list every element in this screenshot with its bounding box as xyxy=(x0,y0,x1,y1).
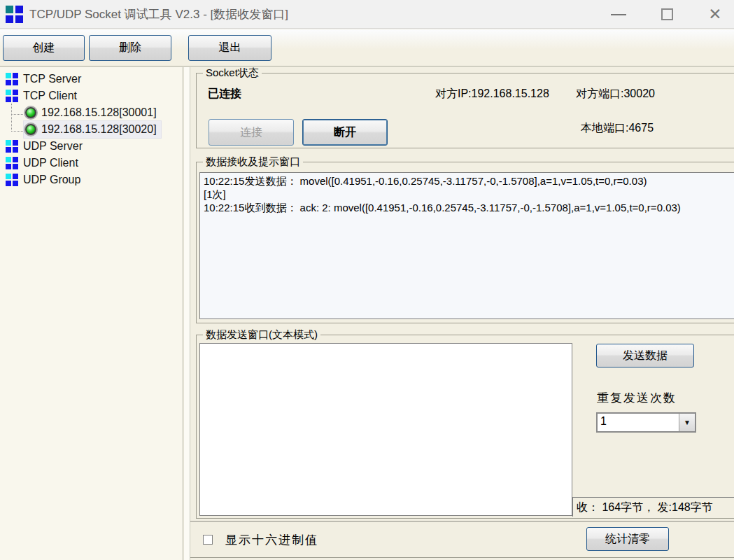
close-button[interactable]: ✕ xyxy=(699,0,731,29)
receive-log-line: [1次] xyxy=(204,188,734,201)
close-icon: ✕ xyxy=(708,6,721,22)
connection-tree: TCP Server TCP Client 192.168.15.128[300… xyxy=(0,67,183,560)
receive-log-line: 10:22:15收到数据： ack: 2: movel([0.41951,-0.… xyxy=(204,201,734,214)
tree-item-label: UDP Group xyxy=(23,174,80,186)
tree-item-tcp-server[interactable]: TCP Server xyxy=(0,71,182,88)
app-icon-square xyxy=(6,6,13,13)
app-window: TCP/UDP Socket 调试工具 V2.3 - [数据收发窗口] ✕ 创建… xyxy=(0,0,734,560)
receive-group-title: 数据接收及提示窗口 xyxy=(203,155,303,169)
tree-item-label: UDP Client xyxy=(23,157,78,169)
toolbar: 创建 删除 退出 xyxy=(0,29,734,66)
show-hex-label: 显示十六进制值 xyxy=(225,532,318,548)
panel-splitter[interactable] xyxy=(184,67,190,560)
disconnect-button[interactable]: 断开 xyxy=(302,119,388,146)
tree-item-label: TCP Server xyxy=(23,73,81,85)
tree-item-label: 192.168.15.128[30001] xyxy=(41,106,157,119)
app-icon-square xyxy=(15,6,23,13)
titlebar: TCP/UDP Socket 调试工具 V2.3 - [数据收发窗口] ✕ xyxy=(0,0,734,29)
byte-stats-box: 收： 164字节， 发:148字节 xyxy=(572,497,734,517)
connect-button[interactable]: 连接 xyxy=(209,119,294,146)
byte-stats: 收： 164字节， 发:148字节 xyxy=(577,500,713,515)
send-data-button[interactable]: 发送数据 xyxy=(596,344,694,368)
repeat-count-label: 重复发送次数 xyxy=(597,390,677,406)
repeat-count-value[interactable]: 1 xyxy=(598,414,679,431)
maximize-button[interactable] xyxy=(651,0,683,29)
tree-item-tcp-client[interactable]: TCP Client xyxy=(0,88,182,104)
app-icon xyxy=(6,6,23,23)
delete-button[interactable]: 删除 xyxy=(89,35,171,61)
maximize-icon xyxy=(661,8,673,20)
tree-item-connection-30020[interactable]: 192.168.15.128[30020] xyxy=(0,121,182,138)
minimize-button[interactable] xyxy=(602,0,635,29)
node-icon xyxy=(6,73,18,85)
connection-icon xyxy=(25,107,36,118)
create-button[interactable]: 创建 xyxy=(3,35,85,61)
node-icon xyxy=(6,90,18,102)
show-hex-checkbox[interactable] xyxy=(203,535,213,545)
node-icon xyxy=(6,140,18,153)
node-icon xyxy=(6,157,18,169)
connection-state: 已连接 xyxy=(208,87,241,102)
socket-status-group-title: Socket状态 xyxy=(203,66,262,80)
send-input[interactable] xyxy=(199,343,572,516)
tree-item-label: 192.168.15.128[30020] xyxy=(41,123,157,136)
window-title: TCP/UDP Socket 调试工具 V2.3 - [数据收发窗口] xyxy=(29,0,288,29)
tree-item-label: UDP Server xyxy=(23,140,83,153)
peer-ip: 对方IP:192.168.15.128 xyxy=(435,87,549,102)
connection-icon xyxy=(25,124,36,135)
local-port: 本地端口:4675 xyxy=(581,121,654,136)
tree-item-udp-group[interactable]: UDP Group xyxy=(0,172,182,188)
tree-item-connection-30001[interactable]: 192.168.15.128[30001] xyxy=(0,104,182,121)
receive-log-line: 10:22:15发送数据： movel([0.41951,-0.16,0.257… xyxy=(204,174,734,188)
receive-log[interactable]: 10:22:15发送数据： movel([0.41951,-0.16,0.257… xyxy=(199,172,734,319)
tree-item-udp-client[interactable]: UDP Client xyxy=(0,155,182,172)
app-icon-square xyxy=(15,15,23,23)
chevron-down-icon[interactable]: ▼ xyxy=(679,414,695,431)
clear-stats-button[interactable]: 统计清零 xyxy=(586,527,669,551)
minimize-icon xyxy=(611,14,626,15)
node-icon xyxy=(6,174,18,186)
exit-button[interactable]: 退出 xyxy=(188,35,271,61)
send-group-title: 数据发送窗口(文本模式) xyxy=(203,328,320,342)
tree-item-label: TCP Client xyxy=(23,90,77,102)
repeat-count-combobox[interactable]: 1 ▼ xyxy=(596,412,696,433)
tree-item-udp-server[interactable]: UDP Server xyxy=(0,138,182,155)
app-icon-square xyxy=(6,15,13,23)
peer-port: 对方端口:30020 xyxy=(576,87,655,102)
